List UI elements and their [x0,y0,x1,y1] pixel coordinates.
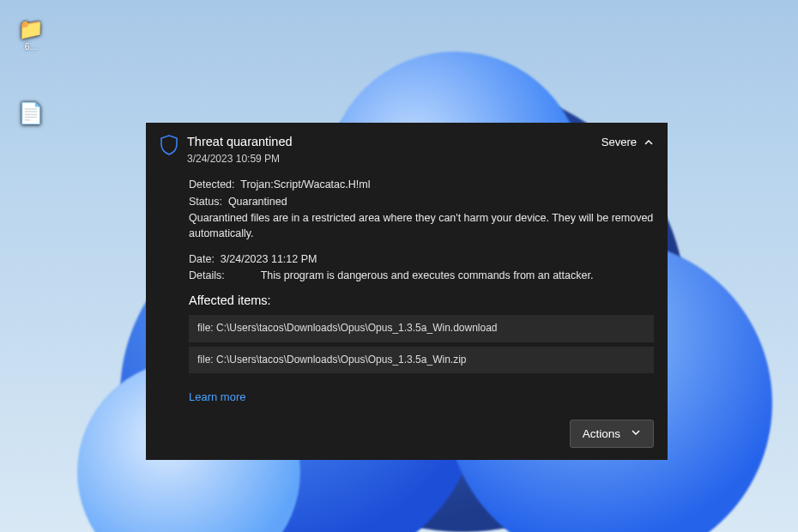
detected-label: Detected: [189,178,235,190]
chevron-down-icon [631,426,641,443]
actions-button-label: Actions [583,426,620,443]
details-value: This program is dangerous and executes c… [261,268,594,283]
panel-title: Threat quarantined [187,133,593,151]
date-label: Date: [189,253,215,265]
folder-icon: 📁 [5,17,57,41]
details-label: Details: [189,268,225,283]
date-value: 3/24/2023 11:12 PM [221,253,317,265]
threat-panel: Threat quarantined 3/24/2023 10:59 PM Se… [146,123,668,460]
threat-description: Quarantined files are in a restricted ar… [189,210,654,241]
chevron-up-icon [644,137,654,148]
affected-file-item[interactable]: file: C:\Users\tacos\Downloads\Opus\Opus… [189,315,654,342]
desktop-icon[interactable]: 📄 [5,101,57,125]
status-value: Quarantined [228,196,287,208]
affected-items-title: Affected items: [189,292,654,310]
severity-toggle[interactable]: Severe [602,133,654,151]
desktop-icon-label: 6... [25,41,38,51]
panel-timestamp: 3/24/2023 10:59 PM [187,152,593,166]
learn-more-link[interactable]: Learn more [189,390,245,406]
status-label: Status: [189,196,222,208]
detected-value: Trojan:Script/Wacatac.H!ml [240,178,370,190]
shield-icon [160,135,178,160]
severity-label: Severe [602,135,637,151]
desktop-icon[interactable]: 📁 6... [5,17,57,51]
panel-header: Threat quarantined 3/24/2023 10:59 PM Se… [160,133,654,166]
file-icon: 📄 [5,101,57,125]
actions-button[interactable]: Actions [570,420,654,449]
affected-file-item[interactable]: file: C:\Users\tacos\Downloads\Opus\Opus… [189,347,654,373]
